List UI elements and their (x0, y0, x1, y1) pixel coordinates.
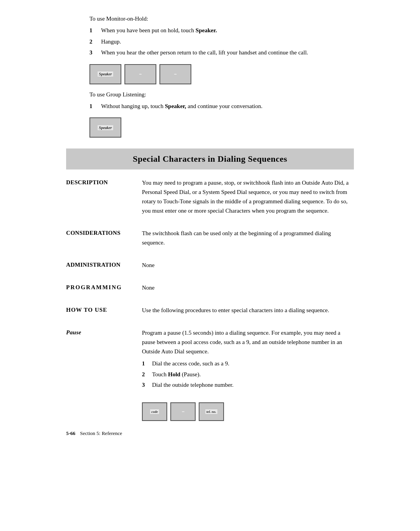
phone-image-1 (124, 64, 156, 84)
considerations-row: CONSIDERATIONS The switchhook flash can … (66, 229, 354, 250)
description-row: DESCRIPTION You may need to program a pa… (66, 178, 354, 218)
step-text: Hangup. (101, 37, 121, 46)
description-text: You may need to program a pause, stop, o… (142, 178, 354, 215)
step-number: 2 (142, 370, 149, 379)
programming-label: PROGRAMMING (66, 283, 142, 292)
how-to-use-text: Use the following procedures to enter sp… (142, 306, 354, 315)
pause-label: Pause (66, 328, 142, 337)
group-listening-label: To use Group Listening: (66, 91, 354, 98)
programming-row: PROGRAMMING None (66, 283, 354, 295)
step-text: When you have been put on hold, touch Sp… (101, 26, 217, 35)
step-number: 1 (142, 359, 149, 368)
step-text: When you hear the other person return to… (101, 48, 308, 57)
pause-row: Pause Program a pause (1.5 seconds) into… (66, 328, 354, 391)
administration-content: None (142, 260, 354, 272)
list-item: 2 Hangup. (89, 37, 354, 46)
speaker-image-2: Speaker (89, 117, 121, 138)
considerations-content: The switchhook flash can be used only at… (142, 229, 354, 250)
administration-label: ADMINISTRATION (66, 260, 142, 269)
pause-content: Program a pause (1.5 seconds) into a dia… (142, 328, 354, 391)
programming-content: None (142, 283, 354, 295)
administration-text: None (142, 260, 354, 270)
list-item: 1 When you have been put on hold, touch … (89, 26, 354, 35)
programming-text: None (142, 283, 354, 292)
list-item: 1 Dial the access code, such as a 9. (142, 359, 354, 368)
how-to-use-label: HOW TO USE (66, 306, 142, 314)
speaker-images-row-2: Speaker (89, 117, 354, 138)
pause-steps-list: 1 Dial the access code, such as a 9. 2 T… (142, 359, 354, 390)
step-number: 3 (142, 381, 149, 390)
description-content: You may need to program a pause, stop, o… (142, 178, 354, 218)
list-item: 3 When you hear the other person return … (89, 48, 354, 57)
intro-section: To use Monitor-on-Hold: 1 When you have … (66, 16, 354, 138)
step-number: 1 (89, 26, 98, 35)
step-text: Dial the outside telephone number. (152, 381, 234, 390)
section-banner: Special Characters in Dialing Sequences (66, 148, 354, 169)
step-text: Touch Hold (Pause). (152, 370, 201, 379)
page-number: 5-66 (66, 430, 75, 437)
considerations-text: The switchhook flash can be used only at… (142, 229, 354, 247)
list-item: 3 Dial the outside telephone number. (142, 381, 354, 390)
monitor-steps-list: 1 When you have been put on hold, touch … (66, 26, 354, 57)
description-label: DESCRIPTION (66, 178, 142, 187)
group-steps-list: 1 Without hanging up, touch Speaker, and… (66, 102, 354, 111)
pause-images-row: code tel. no. (142, 402, 354, 421)
how-to-use-row: HOW TO USE Use the following procedures … (66, 306, 354, 317)
step-text: Dial the access code, such as a 9. (152, 359, 229, 368)
phone-image-2 (159, 64, 191, 84)
administration-row: ADMINISTRATION None (66, 260, 354, 272)
section-label: Section 5: Reference (80, 430, 122, 437)
hold-image (170, 402, 196, 421)
monitor-on-hold-label: To use Monitor-on-Hold: (66, 16, 354, 22)
list-item: 2 Touch Hold (Pause). (142, 370, 354, 379)
how-to-use-content: Use the following procedures to enter sp… (142, 306, 354, 317)
step-number: 3 (89, 48, 98, 57)
step-number: 1 (89, 102, 98, 111)
page-footer: 5-66 Section 5: Reference (66, 430, 354, 437)
speaker-images-row-1: Speaker (89, 64, 354, 84)
list-item: 1 Without hanging up, touch Speaker, and… (89, 102, 354, 111)
step-number: 2 (89, 37, 98, 46)
pause-intro-text: Program a pause (1.5 seconds) into a dia… (142, 328, 354, 356)
page-container: To use Monitor-on-Hold: 1 When you have … (58, 16, 362, 437)
step-text: Without hanging up, touch Speaker, and c… (101, 102, 262, 111)
section-title: Special Characters in Dialing Sequences (74, 154, 346, 164)
code-image: code (142, 402, 167, 421)
speaker-image-1: Speaker (89, 64, 121, 84)
telno-image: tel. no. (199, 402, 224, 421)
considerations-label: CONSIDERATIONS (66, 229, 142, 238)
